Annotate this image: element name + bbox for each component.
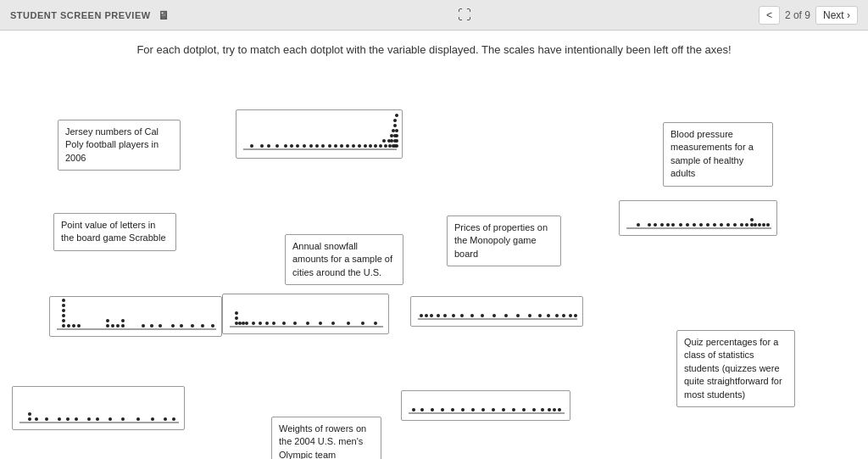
svg-point-15 — [346, 144, 349, 148]
svg-point-125 — [569, 314, 572, 317]
svg-point-18 — [364, 144, 367, 148]
svg-point-84 — [180, 324, 183, 327]
svg-point-42 — [648, 223, 651, 227]
svg-point-45 — [666, 223, 670, 227]
svg-point-38 — [395, 129, 398, 132]
svg-point-22 — [382, 139, 386, 143]
svg-point-19 — [369, 144, 372, 148]
svg-point-34 — [393, 119, 397, 122]
dotplot-2 — [619, 200, 777, 236]
svg-point-76 — [111, 324, 114, 327]
svg-point-126 — [574, 314, 577, 317]
svg-point-150 — [471, 408, 475, 411]
prev-button[interactable]: < — [759, 6, 780, 25]
svg-point-10 — [315, 144, 319, 148]
svg-point-111 — [437, 314, 440, 317]
svg-point-109 — [425, 314, 428, 317]
fullscreen-icon[interactable]: ⛶ — [458, 8, 471, 23]
dotplot-1-svg — [236, 109, 402, 158]
svg-point-116 — [481, 314, 484, 317]
svg-point-8 — [303, 144, 306, 148]
svg-point-13 — [334, 144, 337, 148]
svg-point-37 — [395, 134, 398, 137]
svg-point-95 — [252, 322, 255, 325]
top-bar: STUDENT SCREEN PREVIEW 🖥 ⛶ < 2 of 9 Next… — [0, 0, 868, 31]
svg-point-142 — [172, 417, 175, 421]
svg-point-61 — [758, 223, 761, 227]
svg-point-144 — [412, 408, 415, 411]
svg-point-98 — [272, 322, 275, 325]
next-button[interactable]: Next › — [815, 6, 858, 25]
svg-point-79 — [121, 319, 125, 322]
svg-point-121 — [538, 314, 542, 317]
dotplot-5 — [410, 296, 583, 327]
svg-point-23 — [384, 144, 387, 148]
dotplot-7 — [401, 390, 570, 421]
svg-point-70 — [62, 299, 65, 302]
svg-point-155 — [522, 408, 526, 411]
svg-point-56 — [740, 223, 743, 227]
svg-point-35 — [395, 144, 398, 148]
svg-point-139 — [136, 417, 140, 421]
svg-point-89 — [235, 322, 238, 325]
svg-point-83 — [171, 324, 175, 327]
svg-point-92 — [238, 322, 242, 325]
svg-point-53 — [720, 223, 723, 227]
svg-point-101 — [306, 322, 309, 325]
top-bar-left: STUDENT SCREEN PREVIEW 🖥 — [10, 8, 170, 22]
dotplot-6-svg — [13, 386, 184, 429]
nav-controls: < 2 of 9 Next › — [759, 6, 858, 25]
preview-label: STUDENT SCREEN PREVIEW — [10, 10, 151, 20]
svg-point-6 — [290, 144, 293, 148]
svg-point-146 — [431, 408, 434, 411]
svg-point-33 — [393, 124, 397, 127]
svg-point-60 — [754, 223, 757, 227]
svg-point-26 — [390, 134, 393, 137]
svg-point-130 — [35, 417, 38, 421]
svg-point-94 — [245, 322, 248, 325]
svg-point-140 — [151, 417, 154, 421]
svg-point-3 — [267, 144, 270, 148]
svg-point-36 — [395, 139, 398, 143]
svg-point-117 — [492, 314, 496, 317]
label-blood: Blood pressure measurements for a sample… — [663, 122, 773, 187]
svg-point-133 — [66, 417, 70, 421]
svg-point-16 — [352, 144, 355, 148]
svg-point-17 — [358, 144, 361, 148]
svg-point-87 — [211, 324, 214, 327]
svg-point-9 — [309, 144, 313, 148]
dotplot-4 — [222, 294, 389, 334]
svg-point-86 — [201, 324, 204, 327]
svg-point-39 — [395, 114, 398, 117]
svg-point-48 — [686, 223, 689, 227]
svg-point-77 — [116, 324, 120, 327]
svg-point-54 — [726, 223, 730, 227]
svg-point-131 — [45, 417, 48, 421]
svg-point-29 — [392, 129, 395, 132]
svg-point-106 — [374, 322, 377, 325]
svg-point-65 — [62, 324, 65, 327]
svg-point-137 — [108, 417, 112, 421]
svg-point-11 — [321, 144, 325, 148]
svg-point-108 — [420, 314, 423, 317]
svg-point-78 — [121, 324, 125, 327]
svg-point-96 — [259, 322, 262, 325]
label-quiz: Quiz percentages for a class of statisti… — [676, 330, 795, 407]
svg-point-43 — [654, 223, 657, 227]
svg-point-120 — [528, 314, 531, 317]
dotplot-2-svg — [620, 200, 776, 235]
monitor-icon: 🖥 — [158, 8, 170, 22]
label-jersey: Jersey numbers of Cal Poly football play… — [58, 120, 181, 171]
svg-point-119 — [516, 314, 520, 317]
svg-point-159 — [553, 408, 556, 411]
dotplot-3-svg — [50, 296, 221, 336]
svg-point-14 — [340, 144, 343, 148]
svg-point-44 — [660, 223, 664, 227]
svg-point-124 — [562, 314, 565, 317]
svg-point-149 — [461, 408, 465, 411]
page-indicator: 2 of 9 — [785, 9, 810, 21]
svg-point-99 — [282, 322, 286, 325]
svg-point-7 — [296, 144, 299, 148]
svg-point-122 — [547, 314, 550, 317]
svg-point-81 — [150, 324, 153, 327]
